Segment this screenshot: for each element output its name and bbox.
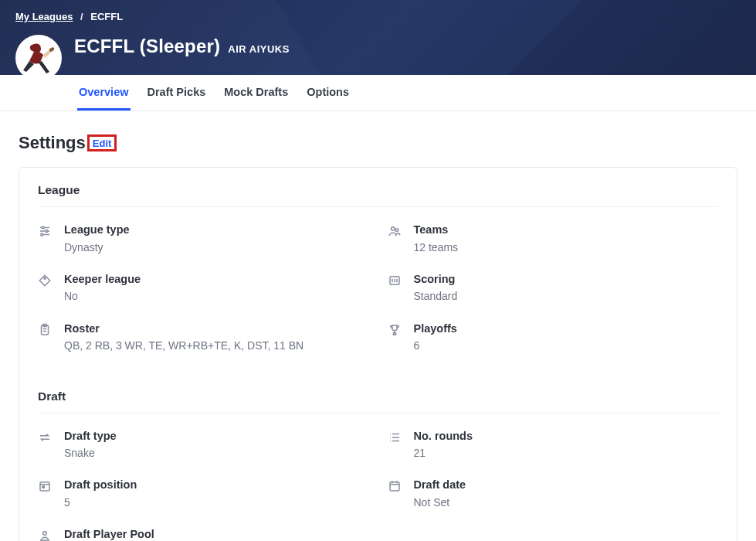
item-player-pool: Draft Player Pool All Players <box>38 527 369 541</box>
item-draft-date: Draft date Not Set <box>388 478 719 510</box>
label: Keeper league <box>64 272 141 288</box>
item-league-type: League type Dynasty <box>38 223 369 255</box>
item-draft-type: Draft type Snake <box>38 429 369 461</box>
value: 5 <box>64 495 137 510</box>
svg-point-9 <box>395 229 398 232</box>
calendar-position-icon <box>38 479 52 493</box>
item-playoffs: Playoffs 6 <box>388 322 719 354</box>
value: 21 <box>414 445 473 461</box>
tab-draft-picks[interactable]: Draft Picks <box>146 75 208 111</box>
svg-point-33 <box>43 532 47 536</box>
trophy-icon <box>388 323 402 337</box>
list-icon <box>388 430 402 444</box>
label: Roster <box>64 322 303 337</box>
svg-rect-29 <box>390 482 399 491</box>
content-area: Settings Edit League League type Dynasty <box>0 111 756 541</box>
value: Dynasty <box>64 240 130 255</box>
item-no-rounds: No. rounds 21 <box>388 429 719 461</box>
player-pool-icon <box>38 529 52 541</box>
breadcrumb-root-link[interactable]: My Leagues <box>15 11 73 22</box>
tab-mock-drafts[interactable]: Mock Drafts <box>222 75 290 111</box>
value: Not Set <box>414 495 466 510</box>
breadcrumb: My Leagues / ECFFL <box>15 11 741 22</box>
item-keeper: Keeper league No <box>38 272 369 305</box>
team-avatar <box>15 35 62 81</box>
label: Draft Player Pool <box>64 527 154 541</box>
tab-bar: Overview Draft Picks Mock Drafts Options <box>0 75 756 111</box>
clipboard-icon <box>38 323 52 337</box>
svg-rect-28 <box>42 486 44 488</box>
item-teams: Teams 12 teams <box>388 223 719 255</box>
sliders-icon <box>38 224 52 238</box>
tab-options[interactable]: Options <box>305 75 351 111</box>
value: QB, 2 RB, 3 WR, TE, WR+RB+TE, K, DST, 11… <box>64 338 303 353</box>
league-section-title: League <box>19 168 737 197</box>
label: Draft type <box>64 429 117 444</box>
svg-point-10 <box>44 277 46 279</box>
svg-point-7 <box>41 233 43 236</box>
item-roster: Roster QB, 2 RB, 3 WR, TE, WR+RB+TE, K, … <box>38 322 369 354</box>
svg-point-8 <box>391 227 395 231</box>
player-icon <box>20 39 57 77</box>
label: Teams <box>414 223 459 238</box>
value: 12 teams <box>414 240 459 255</box>
swap-icon <box>38 430 52 444</box>
value: No <box>64 288 141 304</box>
label: Draft date <box>414 478 466 493</box>
draft-grid: Draft type Snake No. rounds 21 Draft <box>19 413 737 541</box>
label: Playoffs <box>414 322 457 337</box>
item-scoring: Scoring Standard <box>388 272 719 305</box>
label: Draft position <box>64 478 137 493</box>
label: No. rounds <box>414 429 473 444</box>
league-header: My Leagues / ECFFL ECFFL (Sleeper) AIR A… <box>0 0 756 75</box>
edit-link[interactable]: Edit <box>93 138 112 149</box>
label: League type <box>64 223 130 238</box>
breadcrumb-separator: / <box>80 11 83 22</box>
value: Standard <box>414 288 458 304</box>
breadcrumb-current: ECFFL <box>90 11 123 22</box>
svg-point-3 <box>42 226 44 229</box>
tab-overview[interactable]: Overview <box>77 75 131 111</box>
svg-point-5 <box>46 230 48 233</box>
value: 6 <box>414 338 457 353</box>
league-title: ECFFL (Sleeper) <box>74 36 220 57</box>
value: Snake <box>64 445 117 461</box>
league-grid: League type Dynasty Teams 12 teams K <box>19 207 737 354</box>
draft-section-title: Draft <box>19 374 737 403</box>
calendar-icon <box>388 479 402 493</box>
settings-card: League League type Dynasty Teams 12 team… <box>19 167 737 541</box>
scoreboard-icon <box>388 274 402 288</box>
edit-highlight: Edit <box>87 134 117 151</box>
label: Scoring <box>414 272 458 288</box>
teams-icon <box>388 224 402 238</box>
settings-title: Settings <box>19 133 86 153</box>
item-draft-position: Draft position 5 <box>38 478 369 510</box>
team-name: AIR AIYUKS <box>228 43 290 55</box>
tag-icon <box>38 274 52 288</box>
